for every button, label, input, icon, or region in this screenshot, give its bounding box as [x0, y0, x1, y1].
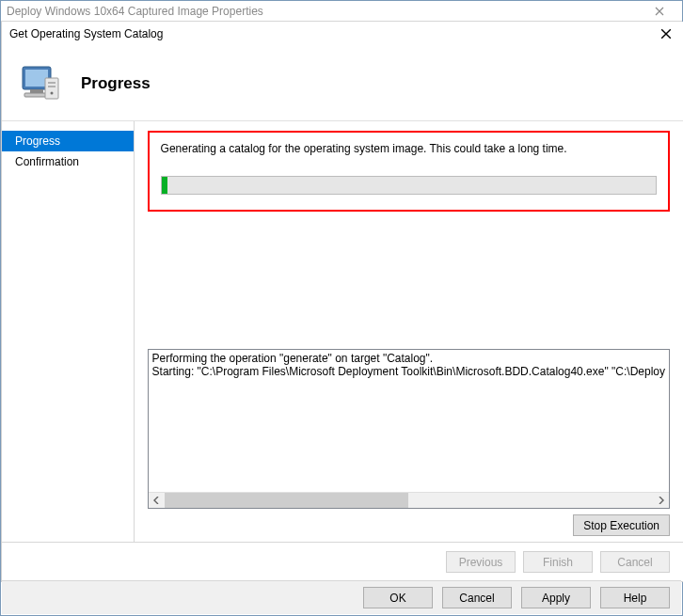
apply-button[interactable]: Apply [521, 587, 591, 608]
finish-button[interactable]: Finish [523, 551, 593, 573]
log-output[interactable]: Performing the operation "generate" on t… [148, 349, 670, 509]
scroll-thumb[interactable] [165, 493, 409, 508]
svg-rect-1 [25, 70, 48, 87]
svg-rect-6 [48, 86, 56, 87]
svg-point-7 [51, 91, 54, 94]
outer-window-title: Deploy Windows 10x64 Captured Image Prop… [7, 5, 263, 18]
progress-fill [162, 177, 167, 194]
sidebar-item-progress[interactable]: Progress [2, 131, 134, 151]
progress-highlight: Generating a catalog for the operating s… [148, 131, 670, 212]
scroll-track[interactable] [165, 493, 653, 508]
wizard-title: Get Operating System Catalog [9, 27, 163, 40]
log-scrollbar[interactable] [149, 492, 669, 508]
stop-row: Stop Execution [148, 514, 670, 536]
wizard-dialog: Get Operating System Catalog Progress Pr… [1, 22, 683, 582]
cancel-button[interactable]: Cancel [600, 551, 670, 573]
outer-titlebar[interactable]: Deploy Windows 10x64 Captured Image Prop… [1, 1, 682, 22]
previous-button[interactable]: Previous [446, 551, 516, 573]
ok-button[interactable]: OK [363, 587, 433, 608]
outer-cancel-button[interactable]: Cancel [442, 587, 512, 608]
stop-execution-button[interactable]: Stop Execution [573, 514, 670, 536]
wizard-content: Progress Confirmation Generating a catal… [2, 121, 683, 542]
computer-icon [17, 61, 62, 106]
chevron-right-icon [659, 497, 664, 504]
close-icon [655, 7, 664, 16]
wizard-sidebar: Progress Confirmation [2, 121, 134, 542]
svg-rect-2 [30, 89, 43, 93]
spacer [148, 212, 670, 349]
wizard-footer: Previous Finish Cancel [2, 542, 683, 581]
wizard-header-title: Progress [81, 74, 151, 93]
sidebar-item-confirmation[interactable]: Confirmation [2, 151, 134, 172]
outer-button-row: OK Cancel Apply Help [2, 580, 681, 614]
properties-window: Deploy Windows 10x64 Captured Image Prop… [0, 0, 683, 616]
scroll-left-arrow[interactable] [149, 493, 165, 508]
chevron-left-icon [153, 497, 159, 504]
inner-close-button[interactable] [657, 24, 675, 43]
close-icon [660, 28, 672, 39]
status-text: Generating a catalog for the operating s… [161, 142, 657, 155]
outer-close-button[interactable] [641, 3, 678, 20]
inner-titlebar[interactable]: Get Operating System Catalog [2, 22, 683, 46]
wizard-main: Generating a catalog for the operating s… [134, 121, 683, 542]
log-text: Performing the operation "generate" on t… [149, 350, 669, 492]
svg-rect-5 [48, 82, 56, 84]
svg-rect-4 [45, 78, 58, 99]
scroll-right-arrow[interactable] [653, 493, 669, 508]
help-button[interactable]: Help [600, 587, 670, 608]
wizard-header: Progress [2, 46, 683, 121]
progress-bar [161, 176, 657, 195]
